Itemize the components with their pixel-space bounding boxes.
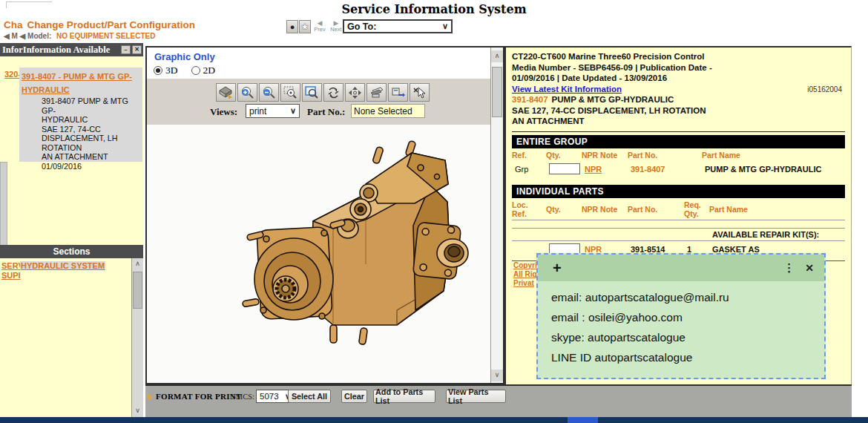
default-view-icon[interactable] [216, 83, 236, 102]
views-dropdown[interactable]: print ∨ [246, 104, 300, 118]
part-name: PUMP & MTG GP-HYDRAULIC [552, 95, 674, 104]
page-heading-fragment: Cha [4, 19, 23, 30]
part-description: SAE 127, 74-CC DISPLACEMENT, LH ROTATION [512, 105, 844, 117]
model-label[interactable]: ◀ M ◀ Model: [4, 32, 51, 40]
graphic-viewer-panel: Graphic Only 3D 2D [145, 46, 504, 384]
contact-line: email : osilei@yahoo.com [551, 307, 818, 327]
scrollbar-thumb[interactable] [133, 272, 142, 309]
globe-icon[interactable]: ● [286, 20, 298, 33]
next-button[interactable]: ▶ Next [329, 20, 343, 33]
page-title: Service Information System [0, 2, 868, 16]
format-for-print-label: FORMAT FOR PRINT [156, 392, 242, 401]
views-label: Views: [210, 106, 237, 118]
ref-cell: Grp [515, 165, 549, 174]
sidebar-ref-link[interactable]: 320- [4, 70, 21, 79]
radio-3d-label: 3D [165, 65, 178, 76]
taskbar-strip [0, 417, 868, 423]
zoom-out-icon[interactable] [259, 83, 279, 102]
model-status-line: ◀ M ◀ Model: NO EQUIPMENT SELECTED [4, 32, 155, 40]
radio-2d-label: 2D [203, 65, 216, 76]
view-parts-list-button[interactable]: View Parts List [446, 390, 506, 403]
part-no-input[interactable] [351, 104, 425, 118]
pan-icon[interactable] [345, 83, 365, 102]
rights-link[interactable]: All Rig [513, 270, 537, 279]
goto-dropdown-value: Go To: [347, 22, 376, 32]
contact-info-popup: + ⋮ ✕ email: autopartscatalogue@mail.ru … [536, 253, 826, 379]
section-link-hydraulic-system[interactable]: HYDRAULIC SYSTEM [20, 261, 105, 270]
graphic-only-label: Graphic Only [154, 51, 215, 62]
repair-kits-row: AVAILABLE REPAIR KIT(S): [512, 229, 845, 241]
sections-scrollbar[interactable]: ∧ ∨ [131, 258, 143, 417]
prev-label: Prev [312, 27, 327, 33]
canvas-scrollbar[interactable]: ∧ ∨ [490, 47, 503, 383]
radio-2d[interactable] [191, 66, 200, 75]
close-icon[interactable]: ✕ [132, 45, 142, 54]
page-heading-text: Change Product/Part Configuration [27, 19, 196, 30]
sidebar-title-fragment: Infor [2, 45, 23, 56]
taskbar-active-item[interactable] [568, 417, 598, 423]
scroll-down-icon[interactable]: ∨ [491, 370, 503, 381]
scroll-up-icon[interactable]: ∧ [132, 258, 143, 270]
minimize-icon[interactable]: – [121, 45, 131, 54]
product-title: CT220-CT600 Marine Three60 Precision Con… [512, 51, 844, 62]
favorites-star-icon[interactable]: ★ [299, 20, 311, 33]
fit-screen-icon[interactable] [302, 83, 322, 102]
zoom-window-icon[interactable] [280, 83, 300, 102]
graphic-toolbar: Views: print ∨ Part No.: [147, 79, 490, 125]
hydraulic-pump-3d-graphic[interactable] [220, 138, 476, 372]
contact-line: LINE ID autopartscatalogue [551, 347, 818, 367]
scrollbar-thumb[interactable] [492, 67, 502, 117]
prev-button[interactable]: ◀ Prev [312, 20, 327, 33]
copyright-links: Copyri All Rig Privat [513, 261, 537, 288]
part-name-cell: GASKET AS [712, 245, 845, 254]
rotate-icon[interactable] [323, 83, 343, 102]
scroll-up-icon[interactable]: ∧ [491, 50, 503, 62]
zoom-in-icon[interactable] [237, 83, 257, 102]
empty-parts-row [512, 220, 845, 229]
scroll-down-icon[interactable]: ∨ [132, 405, 143, 417]
next-label: Next [329, 27, 343, 33]
select-all-button[interactable]: Select All [288, 390, 331, 403]
select-pointer-icon[interactable] [410, 83, 430, 102]
part-number: 391-8407 [512, 95, 548, 104]
repair-kits-header: AVAILABLE REPAIR KIT(S): [712, 230, 845, 239]
information-available-titlebar[interactable]: InforInformation Available – ✕ [0, 43, 143, 56]
contact-line: skype: autopartscatalogue [551, 327, 818, 347]
individual-parts-column-headers: Loc. Ref. Qty. NPR Note Part No. Req. Qt… [512, 198, 845, 220]
private-network-link[interactable]: Privat [513, 279, 537, 288]
part-no-cell: 391-8407 [631, 165, 701, 174]
part-name-cell: PUMP & MTG GP-HYDRAULIC [705, 165, 845, 174]
sidebar-selected-item[interactable]: 391-8407 - PUMP & MTG GP-HYDRAULIC 391-8… [19, 68, 142, 162]
npr-link[interactable]: NPR [585, 165, 631, 174]
print-actions-bar: FORMAT FOR PRINT SMCS: 5073 ∨ Select All… [145, 384, 852, 417]
export-icon[interactable] [388, 83, 408, 102]
popup-contact-lines: email: autopartscatalogue@mail.ru email … [551, 287, 818, 367]
view-latest-kit-link[interactable]: View Latest Kit Information [512, 85, 622, 94]
section-link-fragment-2[interactable]: SUPI [1, 271, 21, 280]
sections-header: Sections [0, 245, 143, 258]
views-dropdown-value: print [249, 106, 266, 117]
clear-button[interactable]: Clear [341, 390, 367, 403]
npr-link[interactable]: NPR [585, 245, 631, 254]
sections-list: SERV HYDRAULIC SYSTEM SUPI ∧ ∨ [0, 258, 143, 417]
arrow-right-icon [148, 393, 153, 401]
radio-3d[interactable] [154, 66, 162, 75]
copyright-link[interactable]: Copyri [513, 261, 537, 270]
smcs-label: SMCS: [231, 393, 254, 401]
add-to-parts-list-button[interactable]: Add to Parts List [373, 390, 435, 403]
entire-group-qty-input[interactable] [549, 163, 580, 174]
kebab-menu-icon[interactable]: ⋮ [773, 261, 805, 275]
smcs-dropdown-value: 5073 [260, 392, 279, 401]
document-id: i05162004 [807, 85, 842, 96]
close-icon[interactable]: ✕ [805, 262, 814, 274]
plus-icon[interactable]: + [553, 260, 562, 275]
sidebar-item-link[interactable]: 391-8407 - PUMP & MTG GP-HYDRAULIC [22, 72, 132, 94]
page-heading: ChaChange Product/Part Configuration [4, 19, 195, 30]
background-window-strip [0, 162, 7, 246]
part-no-cell: 391-8514 [631, 245, 687, 254]
sidebar-title: Information Available [23, 45, 110, 56]
viewer-mode-strip: Graphic Only 3D 2D [147, 47, 503, 79]
goto-dropdown[interactable]: Go To: ∨ [343, 19, 453, 33]
graphic-canvas[interactable] [147, 125, 490, 383]
print-icon[interactable] [366, 83, 387, 102]
